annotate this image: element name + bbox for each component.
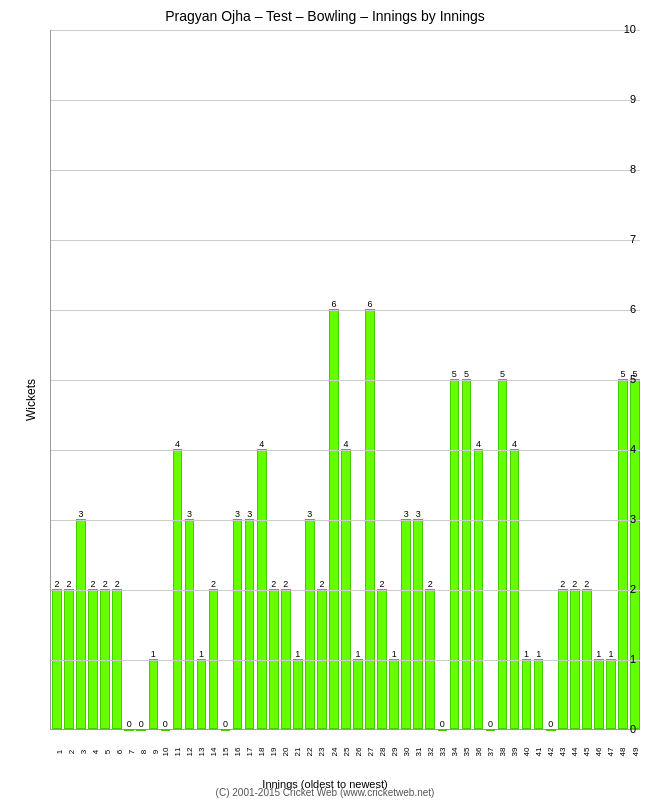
bar xyxy=(630,379,640,729)
bar-value-label: 2 xyxy=(317,579,327,589)
grid-line xyxy=(51,30,640,31)
x-tick-label: 38 xyxy=(498,748,507,757)
bar-value-label: 2 xyxy=(52,579,62,589)
bar xyxy=(281,589,291,729)
bar xyxy=(257,449,267,729)
bar-value-label: 1 xyxy=(534,649,544,659)
x-tick-label: 13 xyxy=(197,748,206,757)
y-tick-label: 9 xyxy=(630,93,636,105)
x-tick-label: 33 xyxy=(438,748,447,757)
bar xyxy=(486,729,496,731)
bar xyxy=(317,589,327,729)
x-tick-label: 12 xyxy=(185,748,194,757)
y-tick-label: 10 xyxy=(624,23,636,35)
x-tick-label: 48 xyxy=(618,748,627,757)
bar-value-label: 2 xyxy=(88,579,98,589)
chart-title: Pragyan Ojha – Test – Bowling – Innings … xyxy=(0,0,650,28)
bar xyxy=(221,729,231,731)
x-tick-label: 9 xyxy=(151,750,160,754)
bar xyxy=(329,309,339,729)
bar-value-label: 4 xyxy=(257,439,267,449)
x-tick-label: 43 xyxy=(558,748,567,757)
bar xyxy=(594,659,604,729)
bar-group: 312 xyxy=(185,519,195,729)
bar xyxy=(534,659,544,729)
bar xyxy=(618,379,628,729)
bar-value-label: 1 xyxy=(606,649,616,659)
bar-value-label: 2 xyxy=(281,579,291,589)
bar-value-label: 1 xyxy=(594,649,604,659)
x-tick-label: 28 xyxy=(378,748,387,757)
bar-group: 26 xyxy=(112,589,122,729)
bar xyxy=(245,519,255,729)
y-tick-label: 5 xyxy=(630,373,636,385)
bar xyxy=(425,589,435,729)
bar-group: 223 xyxy=(317,589,327,729)
x-tick-label: 45 xyxy=(582,748,591,757)
bar-value-label: 3 xyxy=(233,509,243,519)
bar-group: 220 xyxy=(281,589,291,729)
bar-value-label: 2 xyxy=(377,579,387,589)
bar-value-label: 2 xyxy=(570,579,580,589)
grid-line xyxy=(51,450,640,451)
bar-group: 243 xyxy=(558,589,568,729)
bar-value-label: 3 xyxy=(245,509,255,519)
bar-group: 549 xyxy=(630,379,640,729)
bar-value-label: 4 xyxy=(341,439,351,449)
bar xyxy=(269,589,279,729)
bar-value-label: 1 xyxy=(149,649,159,659)
bar-group: 317 xyxy=(245,519,255,729)
bar-value-label: 6 xyxy=(365,299,375,309)
bar-group: 25 xyxy=(100,589,110,729)
y-tick-label: 7 xyxy=(630,233,636,245)
x-tick-label: 1 xyxy=(55,750,64,754)
bar-value-label: 6 xyxy=(329,299,339,309)
bar xyxy=(582,589,592,729)
bar xyxy=(510,449,520,729)
grid-line xyxy=(51,100,640,101)
grid-line xyxy=(51,380,640,381)
bar xyxy=(450,379,460,729)
x-tick-label: 32 xyxy=(426,748,435,757)
x-tick-label: 20 xyxy=(281,748,290,757)
bar-group: 627 xyxy=(365,309,375,729)
bar-value-label: 2 xyxy=(100,579,110,589)
bar xyxy=(389,659,399,729)
x-tick-label: 17 xyxy=(245,748,254,757)
x-tick-label: 44 xyxy=(570,748,579,757)
bar-value-label: 5 xyxy=(618,369,628,379)
bar xyxy=(293,659,303,729)
x-tick-label: 5 xyxy=(103,750,112,754)
bar-value-label: 5 xyxy=(450,369,460,379)
bar-value-label: 2 xyxy=(112,579,122,589)
bar xyxy=(570,589,580,729)
grid-line xyxy=(51,240,640,241)
y-tick-label: 2 xyxy=(630,583,636,595)
y-tick-label: 3 xyxy=(630,513,636,525)
bar-group: 147 xyxy=(606,659,616,729)
bar-value-label: 3 xyxy=(401,509,411,519)
bar xyxy=(606,659,616,729)
bar-group: 322 xyxy=(305,519,315,729)
bar-group: 33 xyxy=(76,519,86,729)
x-tick-label: 6 xyxy=(115,750,124,754)
x-tick-label: 24 xyxy=(330,748,339,757)
x-tick-label: 41 xyxy=(534,748,543,757)
bar-value-label: 1 xyxy=(293,649,303,659)
copyright: (C) 2001-2015 Cricket Web (www.cricketwe… xyxy=(216,787,435,798)
x-tick-label: 2 xyxy=(67,750,76,754)
bar xyxy=(462,379,472,729)
x-tick-label: 39 xyxy=(510,748,519,757)
x-tick-label: 19 xyxy=(269,748,278,757)
bar-group: 24 xyxy=(88,589,98,729)
y-tick-label: 1 xyxy=(630,653,636,665)
grid-line xyxy=(51,170,640,171)
x-tick-label: 29 xyxy=(390,748,399,757)
bar xyxy=(413,519,423,729)
bar xyxy=(124,729,134,731)
x-tick-label: 16 xyxy=(233,748,242,757)
bar xyxy=(438,729,448,731)
bar-group: 534 xyxy=(450,379,460,729)
bar xyxy=(233,519,243,729)
x-tick-label: 7 xyxy=(127,750,136,754)
